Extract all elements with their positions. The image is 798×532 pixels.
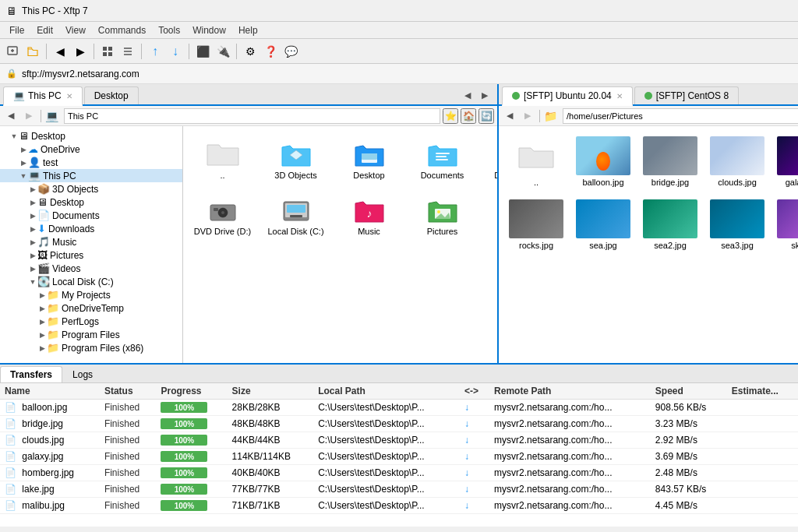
left-bookmark-btn[interactable]: ⭐ [443,108,458,124]
file-item-parent[interactable]: .. [189,132,256,185]
col-size[interactable]: Size [228,383,314,400]
tree-item-onedrive[interactable]: ▶ ☁ OneDrive [0,143,182,156]
tree-item-onedrivetemp[interactable]: ▶ 📁 OneDriveTemp [0,301,182,315]
right-sea2[interactable]: sea2.jpg [639,196,701,254]
menu-view[interactable]: View [59,23,92,37]
tree-item-desktop2[interactable]: ▶ 🖥 Desktop [0,196,182,209]
tree-toggle-onedrivetemp[interactable]: ▶ [37,305,47,312]
tab-next-btn[interactable]: ▶ [477,87,493,103]
file-item-3dobjects[interactable]: 3D Objects [263,132,329,185]
file-item-dvd[interactable]: DVD Drive (D:) [189,188,256,241]
right-parent-item[interactable]: .. [505,132,567,191]
tree-toggle-3dobjects[interactable]: ▶ [28,185,37,193]
file-item-localc[interactable]: Local Disk (C:) [263,188,329,241]
menu-edit[interactable]: Edit [30,23,59,37]
right-sea[interactable]: sea.jpg [572,196,634,254]
toolbar-settings[interactable]: ⚙ [241,42,260,61]
tree-toggle-pictures[interactable]: ▶ [28,252,37,259]
tab-prev-btn[interactable]: ◀ [460,87,475,103]
table-row[interactable]: 📄 galaxy.jpg Finished 100% 114KB/114KB C… [0,449,798,465]
right-back-btn[interactable]: ◀ [502,108,517,124]
transfer-tab-transfers[interactable]: Transfers [0,366,62,382]
tree-item-thispc[interactable]: ▼ 💻 This PC [0,169,182,182]
tree-item-documents[interactable]: ▶ 📄 Documents [0,209,182,222]
file-item-desktop[interactable]: Desktop [336,132,402,185]
table-row[interactable]: 📄 malibu.jpg Finished 100% 71KB/71KB C:\… [0,498,798,514]
tab-centos[interactable]: [SFTP] CentOS 8 [634,86,739,104]
tab-this-pc[interactable]: 💻 This PC ✕ [3,86,83,106]
right-balloon[interactable]: balloon.jpg [572,132,634,191]
table-row[interactable]: 📄 balloon.jpg Finished 100% 28KB/28KB C:… [0,400,798,416]
tree-toggle-onedrive[interactable]: ▶ [19,146,28,153]
tab-ubuntu[interactable]: [SFTP] Ubuntu 20.04 ✕ [502,86,633,106]
table-row[interactable]: 📄 homberg.jpg Finished 100% 40KB/40KB C:… [0,465,798,481]
tree-toggle-documents[interactable]: ▶ [28,212,37,220]
right-sky[interactable]: sky.jpg [773,196,798,254]
right-rocks[interactable]: rocks.jpg [505,196,567,254]
right-forward-btn[interactable]: ▶ [520,108,535,124]
tree-toggle-programfilesx86[interactable]: ▶ [37,344,47,352]
col-remotepath[interactable]: Remote Path [489,383,651,400]
right-galaxy[interactable]: galaxy.jpg [773,132,798,191]
menu-commands[interactable]: Commands [92,23,152,37]
col-localpath[interactable]: Local Path [313,383,460,400]
right-sea3[interactable]: sea3.jpg [706,196,768,254]
tree-item-programfiles[interactable]: ▶ 📁 Program Files [0,328,182,341]
tree-toggle-test[interactable]: ▶ [19,159,28,167]
col-name[interactable]: Name [0,383,100,400]
left-home-btn[interactable]: 🏠 [461,108,476,124]
tree-toggle-desktop[interactable]: ▼ [9,132,19,140]
tree-item-downloads[interactable]: ▶ ⬇ Downloads [0,222,182,235]
file-item-documents[interactable]: Documents [409,132,475,185]
toolbar-new-session[interactable] [3,42,22,61]
table-row[interactable]: 📄 lake.jpg Finished 100% 77KB/77KB C:\Us… [0,481,798,498]
tree-toggle-videos[interactable]: ▶ [28,265,37,273]
table-row[interactable]: 📄 clouds.jpg Finished 100% 44KB/44KB C:\… [0,432,798,449]
toolbar-download[interactable]: ↓ [166,42,185,61]
menu-tools[interactable]: Tools [152,23,186,37]
right-clouds[interactable]: clouds.jpg [706,132,768,191]
menu-window[interactable]: Window [186,23,232,37]
toolbar-connect[interactable]: 🔌 [214,42,232,61]
toolbar-stop[interactable]: ⬛ [193,42,212,61]
left-refresh-btn[interactable]: 🔄 [478,108,494,124]
col-estimate[interactable]: Estimate... [727,383,798,400]
tree-item-programfilesx86[interactable]: ▶ 📁 Program Files (x86) [0,341,182,354]
tree-item-myprojects[interactable]: ▶ 📁 My Projects [0,288,182,301]
file-item-videos[interactable]: Videos [482,188,497,241]
toolbar-open[interactable] [23,42,42,61]
tree-item-music[interactable]: ▶ 🎵 Music [0,235,182,248]
tree-item-test[interactable]: ▶ 👤 test [0,156,182,169]
right-bridge[interactable]: bridge.jpg [639,132,701,191]
tree-item-pictures[interactable]: ▶ 🖼 Pictures [0,248,182,262]
left-forward-btn[interactable]: ▶ [21,108,37,124]
toolbar-view2[interactable] [118,42,137,61]
transfer-tab-logs[interactable]: Logs [62,366,103,382]
tab-desktop[interactable]: Desktop [84,86,139,104]
file-item-pictures[interactable]: Pictures [409,188,475,241]
tree-toggle-thispc[interactable]: ▼ [19,172,28,180]
tree-toggle-music[interactable]: ▶ [28,238,37,246]
toolbar-view1[interactable] [98,42,117,61]
menu-help[interactable]: Help [232,23,264,37]
left-path-input[interactable] [64,108,440,124]
tree-item-videos[interactable]: ▶ 🎬 Videos [0,262,182,275]
file-item-music[interactable]: ♪ Music [336,188,402,241]
menu-file[interactable]: File [3,23,30,37]
tree-toggle-perflogs[interactable]: ▶ [37,318,47,326]
tree-item-perflogs[interactable]: ▶ 📁 PerfLogs [0,315,182,328]
col-direction[interactable]: <-> [460,383,489,400]
tree-toggle-downloads[interactable]: ▶ [28,225,37,233]
tree-item-3dobjects[interactable]: ▶ 📦 3D Objects [0,182,182,196]
tree-toggle-myprojects[interactable]: ▶ [37,291,47,299]
toolbar-forward[interactable]: ▶ [71,42,90,61]
tree-item-localc[interactable]: ▼ 💽 Local Disk (C:) [0,275,182,288]
tree-toggle-localc[interactable]: ▼ [28,278,37,286]
col-status[interactable]: Status [100,383,157,400]
tree-toggle-programfiles[interactable]: ▶ [37,331,47,339]
toolbar-upload[interactable]: ↑ [146,42,164,61]
table-row[interactable]: 📄 bridge.jpg Finished 100% 48KB/48KB C:\… [0,416,798,432]
tree-toggle-desktop2[interactable]: ▶ [28,199,37,206]
right-path-input[interactable] [563,108,798,124]
file-item-downloads[interactable]: Downloads [482,132,497,185]
